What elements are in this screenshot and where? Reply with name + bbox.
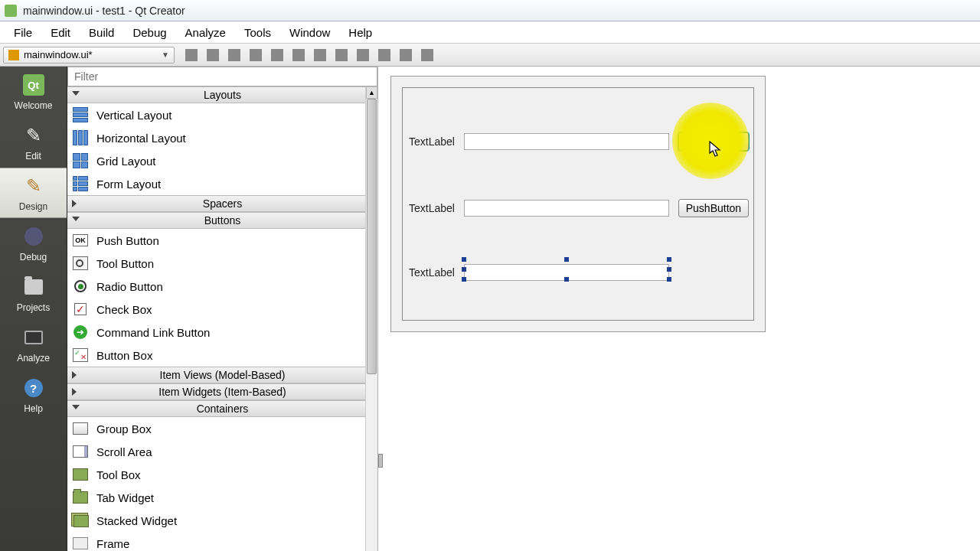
tool-edit-widgets[interactable] [181,47,201,64]
widget-check-box[interactable]: ✓Check Box [67,298,377,321]
expand-icon [72,388,80,396]
menu-debug[interactable]: Debug [123,23,175,42]
widget-tab-widget[interactable]: Tab Widget [67,486,377,509]
designer-toolbar: mainwindow.ui* ▼ [0,44,980,67]
pushbutton-1[interactable]: PushButton [678,132,749,151]
scrollarea-icon [73,445,88,458]
selection-handle[interactable] [564,257,569,262]
widget-horizontal-layout[interactable]: Horizontal Layout [67,126,377,149]
frame-icon [73,537,88,549]
activity-edit[interactable]: ✎ Edit [0,117,67,168]
tool-adjust-size[interactable] [417,47,437,64]
widget-box-scrollbar[interactable]: ▲ [365,86,377,551]
monitor-icon [24,331,43,344]
group-item-views[interactable]: Item Views (Model-Based) [67,367,377,383]
file-selector[interactable]: mainwindow.ui* ▼ [3,47,175,64]
activity-projects[interactable]: Projects [0,269,67,319]
menu-file[interactable]: File [5,23,41,42]
widget-tool-button[interactable]: Tool Button [67,252,377,275]
lineedit-2[interactable] [464,200,669,217]
group-containers[interactable]: Containers [67,400,377,417]
lineedit-1[interactable] [464,133,669,150]
window-title: mainwindow.ui - test1 - Qt Creator [23,5,185,17]
stackedwidget-icon [74,515,89,527]
tool-edit-signals[interactable] [203,47,223,64]
collapse-icon [72,405,80,412]
menu-edit[interactable]: Edit [41,23,80,42]
menu-tools[interactable]: Tools [235,23,280,42]
activity-analyze[interactable]: Analyze [0,319,67,370]
widget-grid-layout[interactable]: Grid Layout [67,149,377,172]
design-canvas[interactable]: TextLabel PushButton TextLabel PushButto… [378,67,980,551]
widget-button-box[interactable]: Button Box [67,344,377,367]
selection-handle[interactable] [564,277,569,282]
collapse-icon [72,91,80,99]
hlayout-icon [73,130,88,145]
widget-form-layout[interactable]: Form Layout [67,172,377,195]
tabwidget-icon [73,491,88,504]
chevron-down-icon: ▼ [162,51,169,59]
widget-vertical-layout[interactable]: Vertical Layout [67,103,377,126]
group-spacers[interactable]: Spacers [67,195,377,212]
group-item-widgets[interactable]: Item Widgets (Item-Based) [67,383,377,400]
selection-handle[interactable] [462,257,466,262]
widget-stacked-widget[interactable]: Stacked Widget [67,509,377,532]
selection-handle[interactable] [462,267,466,272]
widget-push-button[interactable]: OKPush Button [67,229,377,252]
tool-edit-taborder[interactable] [246,47,266,64]
widget-group-box[interactable]: Group Box [67,417,377,440]
group-layouts[interactable]: Layouts [67,86,377,103]
scroll-up-icon[interactable]: ▲ [366,86,377,99]
toolbutton-icon [73,256,88,270]
menu-window[interactable]: Window [280,23,339,42]
expand-icon [72,200,80,207]
widget-radio-button[interactable]: Radio Button [67,275,377,298]
commandlink-icon: ➜ [74,325,87,339]
tool-layout-hsplit[interactable] [310,47,330,64]
selection-handle[interactable] [667,267,671,272]
scrollbar-thumb[interactable] [367,99,377,374]
checkbox-icon: ✓ [74,303,87,315]
radio-icon [74,280,87,292]
tool-edit-buddies[interactable] [224,47,244,64]
activity-design[interactable]: ✎ Design [0,168,67,218]
selection-handle[interactable] [667,277,671,282]
widget-box: Layouts Vertical Layout Horizontal Layou… [67,67,378,551]
tool-layout-form[interactable] [374,47,394,64]
widget-tool-box[interactable]: Tool Box [67,463,377,486]
widget-command-link-button[interactable]: ➜Command Link Button [67,321,377,344]
activity-bar: Qt Welcome ✎ Edit ✎ Design Debug Project… [0,67,67,551]
activity-debug[interactable]: Debug [0,218,67,269]
design-icon: ✎ [21,174,46,198]
panel-resize-handle[interactable] [378,454,383,468]
toolbox-icon [73,468,88,481]
folder-icon [24,279,43,295]
selection-handle[interactable] [667,257,671,262]
buttonbox-icon [73,348,88,362]
form-icon [73,176,88,191]
widget-box-list[interactable]: Layouts Vertical Layout Horizontal Layou… [67,86,377,551]
tool-layout-grid[interactable] [353,47,373,64]
bug-icon [24,227,43,246]
tool-layout-vsplit[interactable] [332,47,351,64]
central-widget[interactable]: TextLabel PushButton TextLabel PushButto… [402,87,754,321]
widget-scroll-area[interactable]: Scroll Area [67,440,377,463]
file-selector-label: mainwindow.ui* [24,49,93,60]
activity-help[interactable]: ? Help [0,370,67,420]
menu-build[interactable]: Build [80,23,123,42]
tool-layout-h[interactable] [267,47,287,64]
menu-analyze[interactable]: Analyze [176,23,235,42]
label-3[interactable]: TextLabel [409,266,455,279]
widget-frame[interactable]: Frame [67,532,377,551]
label-1[interactable]: TextLabel [409,135,455,148]
tool-layout-v[interactable] [289,47,309,64]
menu-help[interactable]: Help [339,23,381,42]
pushbutton-2[interactable]: PushButton [678,199,749,217]
selection-handle[interactable] [462,277,466,282]
group-buttons[interactable]: Buttons [67,212,377,229]
form-window[interactable]: TextLabel PushButton TextLabel PushButto… [390,76,766,332]
tool-break-layout[interactable] [396,47,416,64]
activity-welcome[interactable]: Qt Welcome [0,67,67,117]
filter-input[interactable] [67,67,377,86]
label-2[interactable]: TextLabel [409,202,455,214]
